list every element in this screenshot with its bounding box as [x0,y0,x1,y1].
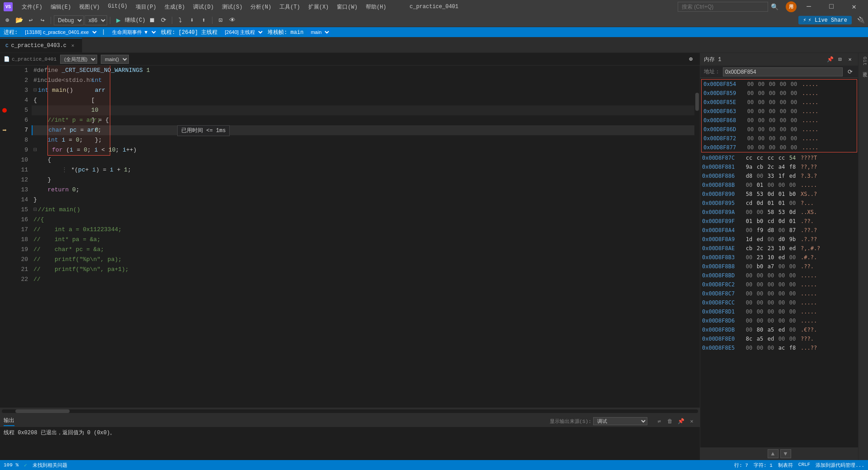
title-bar: VS 文件(F) 编辑(E) 视图(V) Git(G) 项目(P) 生成(B) … [0,0,868,14]
menu-analyze[interactable]: 分析(N) [247,2,275,12]
extensions-btn[interactable]: 🔌 [855,15,866,25]
live-share-button[interactable]: ⚡ ⚡ Live Share [798,16,852,24]
menu-edit[interactable]: 编辑(E) [47,2,75,12]
breakpoints-btn[interactable]: ⊡ [215,15,226,25]
line-num-11: 11 [9,165,28,175]
git-changes-btn[interactable]: Git 更改 [859,55,868,70]
title-bar-right: 🔍 用 ─ □ ✕ [678,0,864,14]
restart-btn[interactable]: ⟳ [158,15,169,25]
open-btn[interactable]: 📂 [14,15,24,25]
new-file-btn[interactable]: ⊕ [2,15,13,25]
minimize-button[interactable]: ─ [798,0,819,14]
addr-input[interactable] [723,67,843,76]
thread-dropdown[interactable]: [2640] 主线程 [221,28,264,36]
mem-bytes-14: 000058530d [745,209,799,215]
code-line-4: { [32,95,694,105]
editor-container: 📄 c_practice_0401 (全局范围) main() ⊕ [0,53,700,460]
stack-label: 堆栈帧: main [268,28,303,36]
menu-build[interactable]: 生成(B) [161,2,189,12]
mem-byte-0-1: 00 [757,81,766,87]
output-pin-btn[interactable]: 📌 [676,417,685,426]
step-over-btn[interactable]: ⤵ [175,15,186,25]
debug-config-dropdown[interactable]: Debug [54,15,84,25]
memory-float-btn[interactable]: ⊡ [835,55,844,64]
menu-git[interactable]: Git(G) [104,2,131,12]
output-clear-btn[interactable]: 🗑 [665,417,675,426]
addr-refresh-btn[interactable]: ⟳ [845,67,854,76]
mem-scroll-down-btn[interactable]: ▼ [780,449,791,458]
line-15-fold[interactable]: ⊟ [33,205,37,215]
redo-btn[interactable]: ↪ [37,15,48,25]
status-message: 未找到相关问题 [33,462,67,469]
menu-view[interactable]: 视图(V) [75,2,104,12]
close-button[interactable]: ✕ [844,0,864,14]
h-scrollbar-thumb[interactable] [15,409,70,413]
line-9-cond: ( [62,145,70,155]
step-into-btn[interactable]: ⬇ [187,15,198,25]
char-col[interactable]: 字符: 1 [754,462,773,469]
line-3-fold[interactable]: ⊟ [33,85,37,95]
add-watch-btn[interactable]: ⊕ [685,54,696,64]
search-input[interactable] [678,2,768,12]
memory-close-btn[interactable]: ✕ [845,55,854,64]
mem-scroll-up-btn[interactable]: ▲ [768,449,778,458]
tab-close-btn[interactable]: ✕ [69,42,76,49]
menu-project[interactable]: 项目(P) [132,2,160,12]
editor-scrollbar[interactable] [694,66,700,408]
process-dropdown[interactable]: [13188] c_practice_0401.exe [21,28,98,36]
live-share-label: ⚡ Live Share [808,17,847,24]
watch-btn[interactable]: 👁 [227,15,238,25]
continue-label[interactable]: 继续(C) [125,16,146,24]
line-9-semi2: ; [116,145,123,155]
menu-help[interactable]: 帮助(H) [362,2,390,12]
output-source-dropdown[interactable]: 调试 [593,417,647,425]
code-editor[interactable]: ➡ 1 2 3 4 5 6 7 8 9 10 11 [0,66,700,408]
menu-tools[interactable]: 工具(T) [276,2,304,12]
toolbar: ⊕ 📂 ↩ ↪ Debug x86 ▶ 继续(C) ⏹ ⟳ ⤵ ⬇ ⬆ ⊡ 👁 … [0,14,868,27]
mem-bytes-20: 00b0a70000 [745,263,799,270]
line-9-fold[interactable]: ⊟ [33,145,37,155]
bp-empty-6 [0,115,9,125]
memory-pin-btn[interactable]: 📌 [826,55,835,64]
line-9-i3: i [123,145,126,155]
mem-row-22: 0x00D8F8C2 0000000000 ..... [700,280,858,289]
mem-ascii-25: ..... [801,309,856,315]
line-col[interactable]: 行: 7 [734,462,748,469]
encoding[interactable]: 制表符 [778,462,793,469]
output-close-btn[interactable]: ✕ [687,417,696,426]
scrollbar-thumb[interactable] [695,93,699,111]
undo-btn[interactable]: ↩ [25,15,36,25]
function-dropdown[interactable]: main() [101,55,129,64]
mem-ascii-20: .??. [801,263,856,270]
line-7-pc: pc [70,125,77,135]
mem-addr-14: 0x00D8F89A [702,209,743,215]
lifecycle-dropdown[interactable]: 生命周期事件 ▼ [108,28,157,36]
line-11-semi: ; [127,165,131,175]
tab-c-practice-0403[interactable]: C c_practice_0403.c ✕ [0,38,82,52]
menu-test[interactable]: 测试(S) [218,2,246,12]
step-out-btn[interactable]: ⬆ [198,15,209,25]
menu-debug[interactable]: 调试(D) [189,2,217,12]
mem-addr-18: 0x00D8F8AE [702,245,743,252]
mem-row-20: 0x00D8F8B8 00b0a70000 .??. [700,262,858,271]
continue-btn[interactable]: ▶ [113,15,124,25]
output-tab[interactable]: 输出 [4,417,14,426]
line-ending[interactable]: CRLF [798,462,810,469]
mem-ascii-9: ??,?? [801,164,856,170]
mem-addr-20: 0x00D8F8B8 [702,263,743,270]
stack-dropdown[interactable]: main [307,28,330,36]
menu-file[interactable]: 文件(F) [18,2,46,12]
platform-dropdown[interactable]: x86 [85,15,107,25]
add-source-ctrl[interactable]: 添加到源代码管理... [816,462,864,469]
menu-extensions[interactable]: 扩展(X) [305,2,333,12]
scope-dropdown[interactable]: (全局范围) [60,55,97,64]
code-line-18: // int* pa = &a; [32,235,694,245]
stop-btn[interactable]: ⏹ [146,15,157,25]
output-wrap-btn[interactable]: ⇌ [655,417,664,426]
memory-panel: 内存 1 📌 ⊡ ✕ 地址： ⟳ 0x00D8F854 00 00 [700,53,858,460]
menu-window[interactable]: 窗口(W) [333,2,361,12]
maximize-button[interactable]: □ [821,0,842,14]
zoom-level[interactable]: 109 % [4,462,19,468]
h-scrollbar-track[interactable] [2,409,698,413]
code-lines[interactable]: #define _CRT_SECURE_NO_WARNINGS 1 #inclu… [32,66,694,408]
